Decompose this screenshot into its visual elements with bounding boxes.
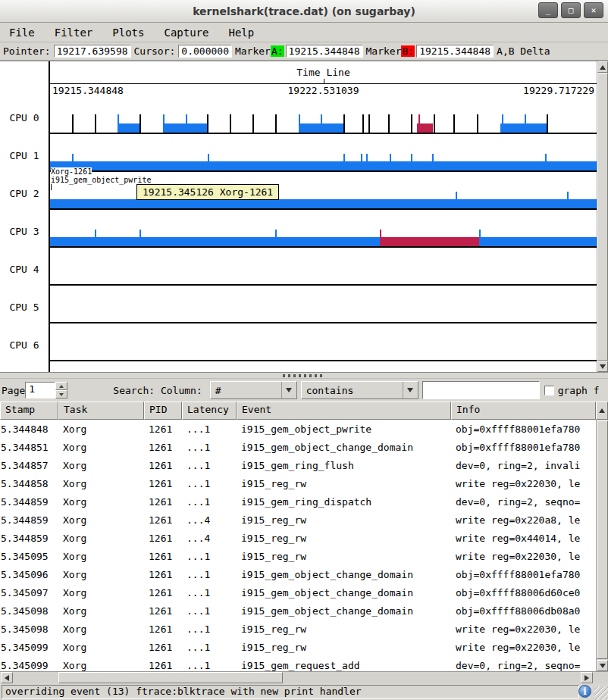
page-spinner[interactable]: 1 bbox=[25, 382, 67, 398]
graph-vertical-scrollbar[interactable] bbox=[597, 61, 608, 372]
table-row[interactable]: 5.345096Xorg1261...1i915_gem_object_chan… bbox=[0, 565, 596, 583]
chevron-down-icon[interactable] bbox=[281, 382, 296, 398]
table-cell: 1261 bbox=[144, 551, 182, 562]
event-tick bbox=[479, 230, 481, 246]
event-tick bbox=[390, 154, 391, 170]
hscrollbar-thumb[interactable] bbox=[58, 672, 283, 683]
scroll-right-icon[interactable] bbox=[581, 672, 593, 683]
table-cell: 1261 bbox=[144, 423, 182, 435]
menu-item-capture[interactable]: Capture bbox=[162, 25, 210, 40]
table-horizontal-scrollbar[interactable] bbox=[0, 671, 608, 683]
chevron-down-icon[interactable] bbox=[403, 382, 418, 398]
cpu-row-4[interactable] bbox=[50, 248, 597, 286]
page-input[interactable]: 1 bbox=[25, 382, 55, 398]
table-cell: 5.344859 bbox=[0, 514, 58, 526]
column-header-task[interactable]: Task bbox=[58, 402, 144, 420]
table-row[interactable]: 5.344859Xorg1261...1i915_gem_ring_dispat… bbox=[0, 492, 596, 511]
table-cell: 1261 bbox=[144, 533, 182, 544]
table-row[interactable]: 5.344859Xorg1261...4i915_reg_rwwrite reg… bbox=[0, 529, 596, 547]
search-column-label: Search: Column: bbox=[113, 385, 202, 396]
table-row[interactable]: 5.344857Xorg1261...1i915_gem_ring_flushd… bbox=[0, 456, 596, 474]
table-scroll-down-icon[interactable] bbox=[597, 660, 608, 671]
timeline-canvas[interactable]: Time Line 19215.344848 19222.531039 1922… bbox=[50, 61, 597, 372]
table-cell: ...1 bbox=[182, 551, 237, 562]
maximize-button[interactable]: □ bbox=[561, 2, 581, 18]
table-cell: 1261 bbox=[144, 660, 182, 671]
table-scroll-up-icon[interactable] bbox=[596, 402, 608, 420]
task-annotation: Xorg-1261 bbox=[51, 167, 92, 176]
table-cell: i915_gem_object_change_domain bbox=[237, 587, 451, 598]
cpu-row-6[interactable] bbox=[50, 323, 597, 361]
cpu-1-task-bar bbox=[50, 161, 597, 170]
cpu-row-1[interactable] bbox=[50, 134, 597, 172]
column-header-pid[interactable]: PID bbox=[144, 402, 182, 420]
column-select[interactable]: # bbox=[210, 381, 297, 399]
table-cell: Xorg bbox=[58, 423, 144, 435]
scroll-down-icon[interactable] bbox=[597, 361, 608, 372]
menu-item-filter[interactable]: Filter bbox=[53, 25, 95, 40]
table-row[interactable]: 5.345099Xorg1261...1i915_gem_request_add… bbox=[0, 656, 596, 671]
scroll-left-icon[interactable] bbox=[1, 672, 13, 683]
cpu-row-3[interactable] bbox=[50, 210, 597, 248]
table-cell: write reg=0x220a8, le bbox=[451, 514, 596, 526]
column-header-event[interactable]: Event bbox=[237, 402, 451, 420]
table-row[interactable]: 5.344851Xorg1261...1i915_gem_object_chan… bbox=[0, 438, 596, 456]
timeline-tick-center: 19222.531039 bbox=[288, 85, 359, 96]
table-cell: 1261 bbox=[144, 460, 182, 471]
table-row[interactable]: 5.344858Xorg1261...1i915_reg_rwwrite reg… bbox=[0, 474, 596, 492]
table-cell: ...1 bbox=[182, 423, 237, 435]
event-tick bbox=[368, 114, 370, 133]
table-row[interactable]: 5.344859Xorg1261...4i915_reg_rwwrite reg… bbox=[0, 511, 596, 529]
table-cell: Xorg bbox=[58, 660, 144, 671]
minimize-button[interactable]: _ bbox=[538, 2, 558, 18]
table-cell: i915_gem_object_change_domain bbox=[237, 442, 451, 453]
cpu-3-task-bar bbox=[50, 237, 597, 246]
table-scrollbar-thumb[interactable] bbox=[597, 420, 608, 659]
table-row[interactable]: 5.345098Xorg1261...1i915_reg_rwwrite reg… bbox=[0, 620, 596, 638]
table-row[interactable]: 5.344848Xorg1261...1i915_gem_object_pwri… bbox=[0, 420, 596, 438]
event-tick bbox=[343, 154, 345, 170]
table-row[interactable]: 5.345099Xorg1261...1i915_reg_rwwrite reg… bbox=[0, 638, 596, 656]
graph-follows-checkbox[interactable] bbox=[544, 386, 554, 395]
pane-splitter[interactable] bbox=[0, 373, 608, 379]
menu-item-file[interactable]: File bbox=[8, 25, 36, 40]
event-tick bbox=[208, 154, 209, 170]
info-icon[interactable]: i bbox=[578, 685, 591, 698]
search-input[interactable] bbox=[422, 381, 540, 399]
menu-item-help[interactable]: Help bbox=[227, 25, 255, 40]
spin-up-icon[interactable] bbox=[55, 382, 67, 390]
table-row[interactable]: 5.345095Xorg1261...1i915_reg_rwwrite reg… bbox=[0, 547, 596, 565]
cpu-row-2[interactable]: Xorg-1261i915_gem_object_pwrite bbox=[50, 172, 597, 210]
match-select[interactable]: contains bbox=[301, 381, 418, 399]
cpu-row-5[interactable] bbox=[50, 286, 597, 323]
table-cell: 5.344858 bbox=[0, 478, 58, 489]
table-vertical-scrollbar[interactable] bbox=[596, 420, 608, 671]
timeline-tooltip: 19215.345126 Xorg-1261 bbox=[136, 184, 279, 200]
table-cell: 1261 bbox=[144, 623, 182, 635]
task-block bbox=[163, 123, 207, 133]
graph-panel: CPU 0CPU 1CPU 2CPU 3CPU 4CPU 5CPU 6 Time… bbox=[0, 61, 608, 373]
splitter-handle-icon[interactable] bbox=[283, 374, 325, 377]
column-header-stamp[interactable]: Stamp bbox=[0, 402, 58, 420]
column-header-info[interactable]: Info bbox=[451, 402, 596, 420]
column-header-latency[interactable]: Latency bbox=[182, 402, 237, 420]
table-cell: i915_gem_request_add bbox=[237, 660, 451, 671]
table-cell: ...1 bbox=[182, 478, 237, 489]
close-button[interactable]: ✕ bbox=[584, 2, 603, 18]
table-cell: obj=0xffff88006db08a0 bbox=[451, 605, 596, 617]
table-cell: write reg=0x22030, le bbox=[451, 551, 596, 562]
graph-scrollbar-thumb[interactable] bbox=[597, 73, 608, 361]
pointer-label: Pointer: bbox=[2, 45, 52, 57]
scroll-up-icon[interactable] bbox=[597, 61, 608, 73]
event-tick bbox=[366, 154, 368, 170]
spin-down-icon[interactable] bbox=[55, 390, 67, 398]
table-cell: i915_gem_object_change_domain bbox=[237, 605, 451, 617]
status-bar: overriding event (13) ftrace:blktrace wi… bbox=[0, 683, 608, 700]
event-tick bbox=[388, 114, 390, 133]
table-row[interactable]: 5.345097Xorg1261...1i915_gem_object_chan… bbox=[0, 583, 596, 602]
cpu-row-0[interactable] bbox=[50, 96, 597, 134]
table-cell: 1261 bbox=[144, 569, 182, 580]
table-row[interactable]: 5.345098Xorg1261...1i915_gem_object_chan… bbox=[0, 602, 596, 620]
menu-item-plots[interactable]: Plots bbox=[111, 25, 146, 40]
resize-grip-icon[interactable] bbox=[594, 686, 608, 700]
